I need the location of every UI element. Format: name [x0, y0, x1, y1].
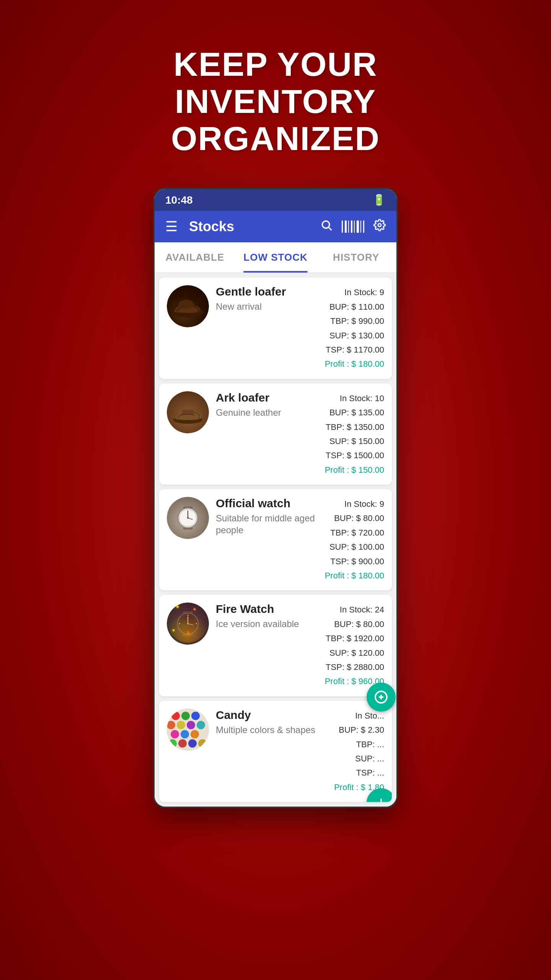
product-image — [167, 603, 209, 645]
svg-point-4 — [178, 300, 194, 309]
tsp: TSP: $ 1500.00 — [325, 448, 384, 462]
svg-point-0 — [322, 221, 329, 229]
phone-frame: 10:48 🔋 ☰ Stocks — [153, 188, 398, 808]
product-desc: Suitable for middle aged people — [216, 512, 318, 536]
tbp: TBP: $ 1350.00 — [325, 420, 384, 434]
product-name: Ark loafer — [216, 391, 318, 404]
product-stats: In Stock: 24 BUP: $ 80.00 TBP: $ 1920.00… — [325, 603, 384, 688]
status-time: 10:48 — [165, 194, 193, 206]
in-stock: In Stock: 24 — [325, 603, 384, 617]
product-name: Fire Watch — [216, 603, 318, 616]
hero-line2: ORGANIZED — [142, 120, 409, 157]
profit: Profit : $ 180.00 — [325, 357, 384, 371]
product-name: Official watch — [216, 497, 318, 510]
product-name: Candy — [216, 709, 327, 722]
product-stats: In Stock: 10 BUP: $ 135.00 TBP: $ 1350.0… — [325, 391, 384, 477]
product-image — [167, 391, 209, 433]
tbp: TBP: ... — [334, 737, 384, 751]
hero-line1: KEEP YOUR INVENTORY — [142, 46, 409, 120]
product-info: Candy Multiple colors & shapes — [216, 709, 327, 736]
header-icons — [320, 219, 386, 234]
product-desc: Ice version available — [216, 618, 318, 630]
products-list: Gentle loafer New arrival In Stock: 9 BU… — [155, 273, 396, 807]
search-icon[interactable] — [320, 219, 333, 234]
tab-low-stock[interactable]: LOW STOCK — [235, 242, 316, 273]
sup: SUP: ... — [334, 751, 384, 766]
battery-icon: 🔋 — [372, 194, 386, 206]
list-item[interactable]: Gentle loafer New arrival In Stock: 9 BU… — [159, 278, 392, 379]
gear-icon[interactable] — [373, 219, 386, 234]
hamburger-icon[interactable]: ☰ — [165, 220, 178, 234]
sup: SUP: $ 150.00 — [325, 434, 384, 448]
product-info: Gentle loafer New arrival — [216, 285, 318, 312]
app-header: ☰ Stocks — [155, 211, 396, 242]
tsp: TSP: ... — [334, 766, 384, 780]
sup: SUP: $ 130.00 — [325, 328, 384, 343]
svg-line-1 — [329, 228, 332, 230]
product-desc: New arrival — [216, 301, 318, 312]
in-stock: In Stock: 9 — [325, 497, 384, 511]
tabs-container: AVAILABLE LOW STOCK HISTORY — [155, 242, 396, 273]
tbp: TBP: $ 720.00 — [325, 526, 384, 540]
bup: BUP: $ 110.00 — [325, 300, 384, 314]
tsp: TSP: $ 900.00 — [325, 554, 384, 568]
list-item[interactable]: Fire Watch Ice version available In Stoc… — [159, 595, 392, 696]
tab-history[interactable]: HISTORY — [316, 242, 396, 273]
tbp: TBP: $ 1920.00 — [325, 631, 384, 645]
product-desc: Multiple colors & shapes — [216, 724, 327, 736]
product-name: Gentle loafer — [216, 285, 318, 298]
tbp: TBP: $ 990.00 — [325, 314, 384, 328]
bup: BUP: $ 135.00 — [325, 405, 384, 420]
status-bar: 10:48 🔋 — [155, 189, 396, 211]
profit: Profit : $ 150.00 — [325, 463, 384, 477]
bup: BUP: $ 80.00 — [325, 511, 384, 525]
tsp: TSP: $ 1170.00 — [325, 343, 384, 357]
list-item[interactable]: Ark loafer Genuine leather In Stock: 10 … — [159, 384, 392, 485]
product-image — [167, 285, 209, 327]
sup: SUP: $ 120.00 — [325, 646, 384, 660]
product-stats: In Sto... BUP: $ 2.30 TBP: ... SUP: ... … — [334, 709, 384, 794]
tsp: TSP: $ 2880.00 — [325, 660, 384, 674]
list-item[interactable]: Official watch Suitable for middle aged … — [159, 489, 392, 590]
product-desc: Genuine leather — [216, 407, 318, 418]
product-info: Fire Watch Ice version available — [216, 603, 318, 630]
product-image — [167, 709, 209, 751]
svg-point-2 — [378, 224, 381, 227]
hero-text: KEEP YOUR INVENTORY ORGANIZED — [142, 46, 409, 157]
product-stats: In Stock: 9 BUP: $ 80.00 TBP: $ 720.00 S… — [325, 497, 384, 583]
in-stock: In Stock: 9 — [325, 285, 384, 299]
profit: Profit : $ 180.00 — [325, 568, 384, 583]
barcode-icon[interactable] — [342, 220, 364, 233]
product-stats: In Stock: 9 BUP: $ 110.00 TBP: $ 990.00 … — [325, 285, 384, 371]
list-item[interactable]: Candy Multiple colors & shapes In Sto...… — [159, 701, 392, 802]
app-title: Stocks — [189, 219, 313, 235]
in-stock: In Stock: 10 — [325, 391, 384, 405]
sup: SUP: $ 100.00 — [325, 540, 384, 554]
product-info: Ark loafer Genuine leather — [216, 391, 318, 418]
bup: BUP: $ 2.30 — [334, 723, 384, 737]
product-image — [167, 497, 209, 539]
tab-available[interactable]: AVAILABLE — [155, 242, 235, 273]
fab-button-top[interactable] — [367, 683, 396, 712]
bup: BUP: $ 80.00 — [325, 617, 384, 631]
product-info: Official watch Suitable for middle aged … — [216, 497, 318, 536]
